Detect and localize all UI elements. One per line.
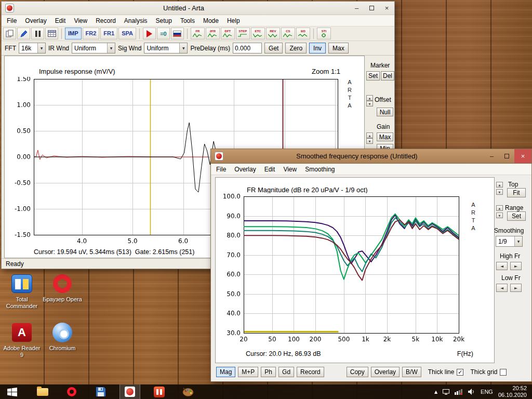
mode-fr2-button[interactable]: FR2 xyxy=(83,28,100,39)
analysis-etc-button[interactable]: ETC xyxy=(251,28,265,39)
gain-max-button[interactable]: Max xyxy=(377,132,393,141)
mode-fr1-button[interactable]: FR1 xyxy=(100,28,117,39)
show-hidden-icons-button[interactable]: ▲ xyxy=(434,390,437,394)
predelay-input[interactable] xyxy=(233,43,262,54)
clock[interactable]: 20:52 06.10.2020 xyxy=(498,385,527,398)
ir-wnd-select[interactable]: Uniform ▼ xyxy=(72,43,115,54)
menu-view[interactable]: View xyxy=(279,166,301,173)
analysis-rev-button[interactable]: REV xyxy=(266,28,280,39)
volume-icon[interactable] xyxy=(468,389,475,395)
menu-overlay[interactable]: Overlay xyxy=(230,166,260,173)
analysis-2fr-button[interactable]: 2FR xyxy=(206,28,220,39)
ph-button[interactable]: Ph xyxy=(261,367,276,377)
thick-line-checkbox[interactable]: ✓ xyxy=(457,369,463,376)
bw-button[interactable]: B/W xyxy=(402,367,421,377)
record-play-button[interactable] xyxy=(143,28,156,39)
analysis-sti-button[interactable]: STI xyxy=(317,28,331,39)
top-down-button[interactable]: ▼ xyxy=(496,189,503,195)
maximize-button[interactable] xyxy=(499,149,514,163)
fft-size-select[interactable]: 16k ▼ xyxy=(19,43,46,54)
copy-button[interactable]: Copy xyxy=(347,367,368,377)
analysis-fr-button[interactable]: FR xyxy=(191,28,205,39)
m-plus-p-button[interactable]: M+P xyxy=(238,367,258,377)
thick-grid-checkbox[interactable] xyxy=(500,369,507,376)
taskbar-paint-app[interactable] xyxy=(178,384,198,399)
top-up-button[interactable]: ▲ xyxy=(496,182,503,188)
desktop-icon-total-commander[interactable]: Total Commander xyxy=(2,273,42,310)
close-button[interactable]: × xyxy=(379,2,394,15)
smoothing-select[interactable]: 1/9 ▼ xyxy=(496,236,523,247)
marker-del-button[interactable]: Del xyxy=(381,71,394,81)
desktop-icon-adobe-reader[interactable]: Adobe Reader 9 xyxy=(2,322,42,358)
analysis-step-button[interactable]: STEP xyxy=(236,28,250,39)
analysis-bd-button[interactable]: BD xyxy=(296,28,310,39)
new-file-button[interactable] xyxy=(3,28,16,39)
marker-set-button[interactable]: Set xyxy=(366,71,380,81)
menu-smoothing[interactable]: Smoothing xyxy=(301,166,339,173)
max-button[interactable]: Max xyxy=(328,43,349,54)
edit-pen-button[interactable] xyxy=(17,28,30,39)
get-button[interactable]: Get xyxy=(264,43,283,54)
gain-up-button[interactable]: ▲ xyxy=(366,132,373,138)
menu-analysis[interactable]: Analysis xyxy=(120,17,152,24)
desktop-icon-chromium[interactable]: Chromium xyxy=(43,322,82,352)
menu-tools[interactable]: Tools xyxy=(176,17,199,24)
mode-imp-button[interactable]: IMP xyxy=(65,28,82,39)
low-fr-right-button[interactable]: ► xyxy=(510,284,522,292)
menu-file[interactable]: File xyxy=(212,166,230,173)
fit-button[interactable]: Fit xyxy=(507,188,526,197)
sig-wnd-select[interactable]: Uniform ▼ xyxy=(144,43,188,54)
taskbar-red-app[interactable] xyxy=(149,384,169,399)
gd-button[interactable]: Gd xyxy=(278,367,294,377)
analysis-cs-button[interactable]: CS xyxy=(281,28,295,39)
offset-down-button[interactable]: ▼ xyxy=(366,101,373,107)
taskbar-floppy-app[interactable] xyxy=(90,384,111,399)
menu-edit[interactable]: Edit xyxy=(260,166,280,173)
close-button[interactable]: × xyxy=(514,149,531,163)
menu-record[interactable]: Record xyxy=(91,17,120,24)
minimize-button[interactable]: – xyxy=(484,149,499,163)
main-window-titlebar[interactable]: Untitled - Arta – × xyxy=(2,2,394,15)
inv-button[interactable]: Inv xyxy=(309,43,326,54)
zero-button[interactable]: Zero xyxy=(285,43,307,54)
offset-null-button[interactable]: Null xyxy=(377,108,393,116)
language-indicator[interactable]: ENG xyxy=(481,389,493,395)
taskbar-opera[interactable] xyxy=(61,384,82,399)
taskbar-file-explorer[interactable] xyxy=(32,384,53,399)
menu-edit[interactable]: Edit xyxy=(51,17,70,24)
high-fr-left-button[interactable]: ◄ xyxy=(496,262,508,270)
level-meter-button[interactable]: =0 xyxy=(157,28,170,39)
pause-button[interactable] xyxy=(31,28,44,39)
menu-mode[interactable]: Mode xyxy=(199,17,223,24)
display-icon[interactable] xyxy=(443,389,449,395)
down-arrow-icon: ▼ xyxy=(499,214,501,217)
mag-button[interactable]: Mag xyxy=(216,367,235,377)
taskbar-arta-active[interactable] xyxy=(119,384,140,399)
up-arrow-icon: ▲ xyxy=(499,183,501,187)
high-fr-right-button[interactable]: ► xyxy=(510,262,522,270)
menu-file[interactable]: File xyxy=(3,17,21,24)
overlay-button[interactable]: Overlay xyxy=(371,367,400,377)
range-down-button[interactable]: ▼ xyxy=(496,212,503,218)
minimize-button[interactable]: – xyxy=(349,2,364,15)
start-button[interactable] xyxy=(0,384,24,399)
offset-up-button[interactable]: ▲ xyxy=(366,95,373,101)
mode-spa-button[interactable]: SPA xyxy=(118,28,136,39)
menu-view[interactable]: View xyxy=(70,17,91,24)
record-button[interactable]: Record xyxy=(297,367,324,377)
network-icon[interactable] xyxy=(455,389,463,395)
menu-overlay[interactable]: Overlay xyxy=(21,17,50,24)
menu-setup[interactable]: Setup xyxy=(152,17,176,24)
fr-plot-area[interactable] xyxy=(219,193,468,347)
language-flag-button[interactable] xyxy=(171,28,184,39)
range-up-button[interactable]: ▲ xyxy=(496,205,503,211)
maximize-button[interactable] xyxy=(364,2,379,15)
desktop-icon-opera[interactable]: Браузер Opera xyxy=(43,273,82,303)
menu-help[interactable]: Help xyxy=(223,17,244,24)
gain-down-button[interactable]: ▼ xyxy=(366,138,373,144)
analysis-dft-button[interactable]: DFT xyxy=(221,28,235,39)
range-set-button[interactable]: Set xyxy=(507,211,526,221)
data-grid-button[interactable] xyxy=(45,28,58,39)
fr-window-titlebar[interactable]: Smoothed frequency response (Untitled) –… xyxy=(211,149,531,164)
low-fr-left-button[interactable]: ◄ xyxy=(496,284,508,292)
